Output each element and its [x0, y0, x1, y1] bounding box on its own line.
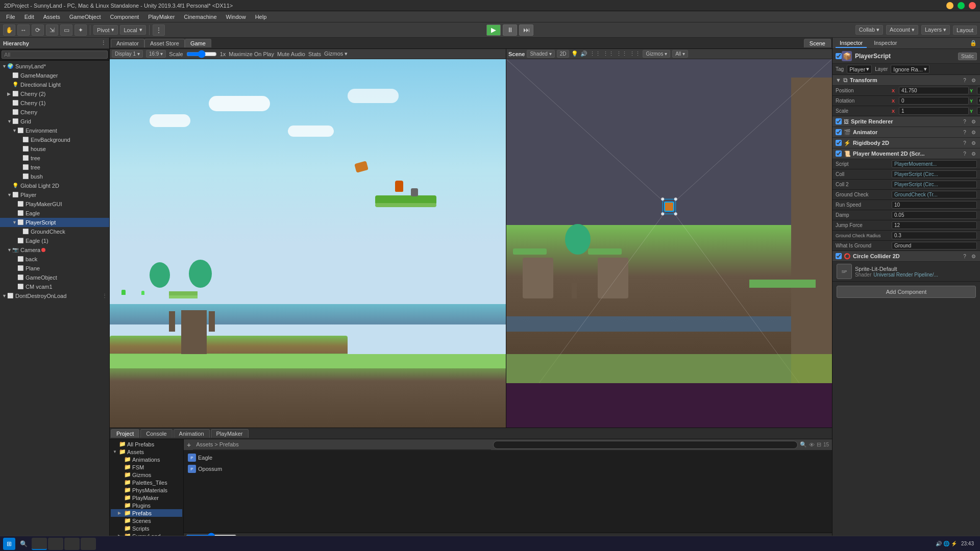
taskbar-vscode[interactable]: [64, 538, 80, 550]
tab-animator[interactable]: Animator: [111, 39, 144, 47]
scene-audio-icon[interactable]: 🔊: [580, 51, 587, 57]
hand-tool[interactable]: ✋: [3, 24, 15, 36]
local-dropdown[interactable]: Local ▾: [120, 25, 145, 35]
account-dropdown[interactable]: Account ▾: [886, 25, 918, 35]
inspector-tab-inspector[interactable]: Inspector: [836, 39, 867, 48]
tab-project[interactable]: Project: [111, 429, 139, 438]
coll-ref[interactable]: PlayerScript (Circ...: [892, 170, 977, 178]
hierarchy-item-globallight[interactable]: 💡 Global Light 2D: [0, 181, 109, 190]
damp-input[interactable]: [892, 211, 977, 219]
hierarchy-item-playerscript[interactable]: ▼ ⬜ PlayerScript: [0, 218, 109, 227]
animator-settings-icon[interactable]: ⚙: [970, 129, 977, 136]
hierarchy-item-back[interactable]: ⬜ back: [0, 255, 109, 264]
menu-edit[interactable]: Edit: [20, 13, 38, 21]
hierarchy-item-tree1[interactable]: ⬜ tree: [0, 154, 109, 163]
sprite-renderer-toggle[interactable]: [836, 118, 842, 124]
tab-game[interactable]: Game: [185, 39, 211, 47]
run-speed-input[interactable]: [892, 201, 977, 209]
menu-gameobject[interactable]: GameObject: [65, 13, 105, 21]
coll2-ref[interactable]: PlayerScript (Circ...: [892, 181, 977, 188]
ratio-dropdown[interactable]: 16:9 ▾: [146, 50, 166, 58]
collab-dropdown[interactable]: Collab ▾: [855, 25, 883, 35]
project-folder-palettes[interactable]: 📁 Palettes_Tiles: [111, 479, 182, 486]
inspector-tab-debug[interactable]: Inspector: [870, 39, 901, 48]
project-folder-fsm[interactable]: 📁 FSM: [111, 463, 182, 471]
animator-toggle[interactable]: [836, 129, 842, 135]
minimize-button[interactable]: [946, 2, 953, 9]
tag-dropdown[interactable]: Player ▾: [847, 65, 872, 73]
hierarchy-item-sunnylanad[interactable]: ▼ 🌍 SunnyLand*: [0, 62, 109, 71]
pos-x-input[interactable]: [899, 87, 969, 94]
project-folder-physmaterials[interactable]: 📁 PhysMaterials: [111, 486, 182, 494]
hierarchy-item-player[interactable]: ▼ ⬜ Player: [0, 190, 109, 199]
hierarchy-item-plane[interactable]: ⬜ Plane: [0, 264, 109, 273]
hierarchy-item-dlight[interactable]: 💡 Directional Light: [0, 80, 109, 89]
player-movement-header[interactable]: 📜 Player Movement 2D (Scr... ? ⚙: [832, 148, 980, 159]
maximize-label[interactable]: Maximize On Play: [229, 51, 274, 57]
rect-tool[interactable]: ▭: [60, 24, 72, 36]
hierarchy-item-eagle[interactable]: ⬜ Eagle: [0, 209, 109, 218]
scale-slider[interactable]: [186, 52, 217, 57]
what-is-ground-input[interactable]: [892, 242, 977, 249]
hierarchy-item-environment[interactable]: ▼ ⬜ Environment: [0, 126, 109, 135]
start-button[interactable]: ⊞: [3, 538, 15, 550]
transform-settings-icon[interactable]: ⚙: [970, 77, 977, 84]
hierarchy-item-gamemanager[interactable]: ⬜ GameManager: [0, 71, 109, 80]
rigidbody-toggle[interactable]: [836, 140, 842, 146]
menu-component[interactable]: Component: [106, 13, 143, 21]
script-ref[interactable]: PlayerMovement...: [892, 160, 977, 168]
hierarchy-item-groundcheck[interactable]: ⬜ GroundCheck: [0, 227, 109, 236]
tab-asset-store[interactable]: Asset Store: [144, 39, 185, 47]
pos-y-input[interactable]: [977, 87, 980, 94]
scale-tool[interactable]: ⇲: [46, 24, 58, 36]
menu-help[interactable]: Help: [251, 13, 271, 21]
tab-playmaker[interactable]: PlayMaker: [211, 429, 249, 438]
circle-collider2d-header[interactable]: ⭕ Circle Collider 2D ? ⚙: [832, 251, 980, 262]
project-folder-gizmos[interactable]: 📁 Gizmos: [111, 471, 182, 479]
jump-force-input[interactable]: [892, 221, 977, 229]
tab-scene[interactable]: Scene: [804, 39, 831, 47]
project-folder-playmaker[interactable]: 📁 PlayMaker: [111, 494, 182, 502]
pivot-dropdown[interactable]: Pivot ▾: [93, 25, 118, 35]
player-active-toggle[interactable]: [836, 53, 842, 59]
player-movement-toggle[interactable]: [836, 151, 842, 157]
hierarchy-item-camera[interactable]: ▼ 📷 Camera: [0, 245, 109, 255]
hierarchy-item-tree2[interactable]: ⬜ tree: [0, 163, 109, 172]
project-folder-scenes[interactable]: 📁 Scenes: [111, 517, 182, 524]
all-scene-dropdown[interactable]: All ▾: [672, 50, 688, 58]
hierarchy-item-house[interactable]: ⬜ house: [0, 144, 109, 154]
rot-y-input[interactable]: [977, 97, 980, 105]
animator-help-icon[interactable]: ?: [961, 129, 968, 136]
hierarchy-item-grid[interactable]: ▼ ⬜ Grid: [0, 117, 109, 126]
taskbar-explorer[interactable]: [81, 538, 96, 550]
hierarchy-item-cherry[interactable]: ⬜ Cherry: [0, 108, 109, 117]
rigidbody-settings-icon[interactable]: ⚙: [970, 139, 977, 146]
snap-button[interactable]: ⋮: [153, 24, 165, 36]
hierarchy-item-cmvcam1[interactable]: ⬜ CM vcam1: [0, 282, 109, 291]
add-component-button[interactable]: Add Component: [837, 286, 976, 298]
cc-help-icon[interactable]: ?: [961, 253, 968, 260]
close-button[interactable]: [969, 2, 976, 9]
project-search-input[interactable]: [493, 441, 798, 449]
animator-component-header[interactable]: 🎬 Animator ? ⚙: [832, 127, 980, 138]
project-folder-plugins[interactable]: 📁 Plugins: [111, 502, 182, 509]
pause-button[interactable]: ⏸: [503, 24, 517, 36]
move-tool[interactable]: ↔: [17, 24, 30, 36]
sprite-renderer-header[interactable]: 🖼 Sprite Renderer ? ⚙: [832, 116, 980, 127]
2d-button[interactable]: 2D: [557, 50, 570, 58]
hierarchy-item-eagle1[interactable]: ⬜ Eagle (1): [0, 236, 109, 245]
transform-component-header[interactable]: ▼ ⧉ Transform ? ⚙: [832, 75, 980, 86]
hierarchy-item-cherry1[interactable]: ⬜ Cherry (1): [0, 98, 109, 108]
circle-collider-toggle[interactable]: [836, 253, 842, 259]
movement-settings-icon[interactable]: ⚙: [970, 150, 977, 157]
project-folder-animations[interactable]: 📁 Animations: [111, 456, 182, 463]
project-all-prefabs[interactable]: 📁 All Prefabs: [111, 440, 182, 448]
hierarchy-search-input[interactable]: [2, 51, 108, 59]
rigidbody2d-header[interactable]: ⚡ Rigidbody 2D ? ⚙: [832, 138, 980, 148]
hierarchy-item-dontdestroy[interactable]: ▼ ⬜ DontDestroyOnLoad ⋮: [0, 291, 109, 300]
layers-dropdown[interactable]: Layers ▾: [921, 25, 950, 35]
cc-settings-icon[interactable]: ⚙: [970, 253, 977, 260]
hierarchy-menu-icon[interactable]: ⋮: [101, 40, 106, 46]
project-folder-prefabs[interactable]: ▶ 📁 Prefabs: [111, 509, 182, 517]
layer-dropdown[interactable]: Ignore Ra... ▾: [891, 65, 929, 73]
